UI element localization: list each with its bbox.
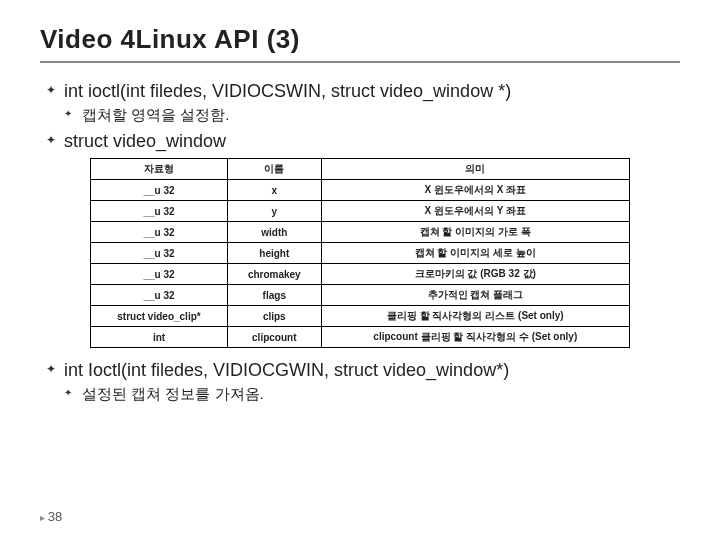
cell: 캡쳐 할 이미지의 세로 높이 (321, 243, 629, 264)
cell: X 윈도우에서의 Y 좌표 (321, 201, 629, 222)
cell: __u 32 (91, 222, 228, 243)
cell: __u 32 (91, 243, 228, 264)
bullet-struct: struct video_window (46, 131, 680, 152)
table-row: struct video_clip*clips클리핑 할 직사각형의 리스트 (… (91, 306, 630, 327)
cell: __u 32 (91, 285, 228, 306)
table-header-row: 자료형 이름 의미 (91, 159, 630, 180)
cell: chromakey (228, 264, 322, 285)
body-list-2: int Ioctl(int filedes, VIDIOCGWIN, struc… (40, 360, 680, 404)
th-name: 이름 (228, 159, 322, 180)
sub-list: 설정된 캡쳐 정보를 가져옴. (64, 385, 680, 404)
cell: __u 32 (91, 201, 228, 222)
cell: x (228, 180, 322, 201)
sub-bullet-get-desc: 설정된 캡쳐 정보를 가져옴. (64, 385, 680, 404)
bullet-ioctl-set: int ioctl(int filedes, VIDIOCSWIN, struc… (46, 81, 680, 125)
table-row: __u 32flags추가적인 캡쳐 플래그 (91, 285, 630, 306)
sub-bullet-set-desc: 캡쳐할 영역을 설정함. (64, 106, 680, 125)
cell: X 윈도우에서의 X 좌표 (321, 180, 629, 201)
bullet-text: int ioctl(int filedes, VIDIOCSWIN, struc… (64, 81, 511, 101)
bullet-text: struct video_window (64, 131, 226, 151)
cell: 크로마키의 값 (RGB 32 값) (321, 264, 629, 285)
cell: clipcount (228, 327, 322, 348)
cell: 추가적인 캡쳐 플래그 (321, 285, 629, 306)
cell: int (91, 327, 228, 348)
cell: clipcount 클리핑 할 직사각형의 수 (Set only) (321, 327, 629, 348)
table-row: intclipcountclipcount 클리핑 할 직사각형의 수 (Set… (91, 327, 630, 348)
cell: __u 32 (91, 264, 228, 285)
slide-title: Video 4Linux API (3) (40, 24, 680, 63)
cell: width (228, 222, 322, 243)
slide: Video 4Linux API (3) int ioctl(int filed… (0, 0, 720, 540)
table-row: __u 32xX 윈도우에서의 X 좌표 (91, 180, 630, 201)
cell: struct video_clip* (91, 306, 228, 327)
sub-list: 캡쳐할 영역을 설정함. (64, 106, 680, 125)
body-list: int ioctl(int filedes, VIDIOCSWIN, struc… (40, 81, 680, 152)
th-meaning: 의미 (321, 159, 629, 180)
table-row: __u 32chromakey크로마키의 값 (RGB 32 값) (91, 264, 630, 285)
cell: __u 32 (91, 180, 228, 201)
cell: 캡쳐 할 이미지의 가로 폭 (321, 222, 629, 243)
cell: height (228, 243, 322, 264)
struct-table: 자료형 이름 의미 __u 32xX 윈도우에서의 X 좌표 __u 32yX … (90, 158, 630, 348)
bullet-ioctl-get: int Ioctl(int filedes, VIDIOCGWIN, struc… (46, 360, 680, 404)
cell: flags (228, 285, 322, 306)
table-row: __u 32width캡쳐 할 이미지의 가로 폭 (91, 222, 630, 243)
table-wrap: 자료형 이름 의미 __u 32xX 윈도우에서의 X 좌표 __u 32yX … (40, 158, 680, 348)
table-row: __u 32yX 윈도우에서의 Y 좌표 (91, 201, 630, 222)
cell: y (228, 201, 322, 222)
cell: clips (228, 306, 322, 327)
cell: 클리핑 할 직사각형의 리스트 (Set only) (321, 306, 629, 327)
page-number: 38 (40, 509, 62, 524)
th-type: 자료형 (91, 159, 228, 180)
bullet-text: int Ioctl(int filedes, VIDIOCGWIN, struc… (64, 360, 509, 380)
table-row: __u 32height캡쳐 할 이미지의 세로 높이 (91, 243, 630, 264)
